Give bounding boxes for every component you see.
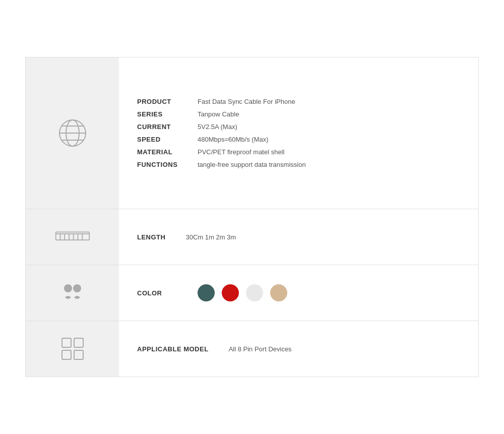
color-swatch-red bbox=[222, 284, 239, 301]
spec-label: CURRENT bbox=[137, 120, 198, 133]
spec-label: SPEED bbox=[137, 133, 198, 146]
spec-row: FUNCTIONStangle-free support data transm… bbox=[137, 158, 460, 171]
spec-row: PRODUCTFast Data Sync Cable For iPhone bbox=[137, 95, 460, 108]
length-icon-cell bbox=[26, 209, 119, 265]
model-value: All 8 Pin Port Devices bbox=[229, 345, 292, 353]
color-label: COLOR bbox=[137, 289, 177, 297]
model-icon-cell bbox=[26, 321, 119, 377]
color-swatches bbox=[198, 284, 287, 301]
model-detail: APPLICABLE MODEL All 8 Pin Port Devices bbox=[137, 345, 460, 353]
spec-value: 480Mbps=60Mb/s (Max) bbox=[198, 133, 460, 146]
product-content: PRODUCTFast Data Sync Cable For iPhoneSE… bbox=[119, 57, 478, 209]
svg-point-15 bbox=[64, 284, 72, 292]
spec-row: SERIESTanpow Cable bbox=[137, 108, 460, 120]
spec-label: MATERIAL bbox=[137, 146, 198, 158]
product-row: PRODUCTFast Data Sync Cable For iPhoneSE… bbox=[26, 57, 478, 209]
color-swatch-white bbox=[246, 284, 263, 301]
color-swatch-tan bbox=[270, 284, 287, 301]
spec-row: SPEED480Mbps=60Mb/s (Max) bbox=[137, 133, 460, 146]
spec-value: tangle-free support data transmission bbox=[198, 158, 460, 171]
svg-rect-19 bbox=[62, 350, 71, 359]
svg-point-16 bbox=[73, 284, 81, 292]
length-content: LENGTH 30Cm 1m 2m 3m bbox=[119, 209, 478, 265]
model-content: APPLICABLE MODEL All 8 Pin Port Devices bbox=[119, 321, 478, 377]
color-icon-cell bbox=[26, 265, 119, 321]
spec-label: FUNCTIONS bbox=[137, 158, 198, 171]
model-label: APPLICABLE MODEL bbox=[137, 345, 209, 353]
spec-value: PVC/PET fireproof matel shell bbox=[198, 146, 460, 158]
product-icon-cell bbox=[26, 57, 119, 209]
spec-value: Tanpow Cable bbox=[198, 108, 460, 120]
color-content: COLOR bbox=[119, 265, 478, 321]
length-detail: LENGTH 30Cm 1m 2m 3m bbox=[137, 233, 460, 241]
globe-icon bbox=[57, 118, 88, 148]
spec-value: Fast Data Sync Cable For iPhone bbox=[198, 95, 460, 108]
svg-rect-17 bbox=[62, 338, 71, 347]
length-label: LENGTH bbox=[137, 233, 165, 241]
color-detail: COLOR bbox=[137, 284, 460, 301]
svg-rect-20 bbox=[74, 350, 83, 359]
spec-label: PRODUCT bbox=[137, 95, 198, 108]
product-spec-card: PRODUCTFast Data Sync Cable For iPhoneSE… bbox=[25, 57, 479, 377]
spec-label: SERIES bbox=[137, 108, 198, 120]
grid-icon bbox=[60, 336, 85, 361]
spec-table: PRODUCTFast Data Sync Cable For iPhoneSE… bbox=[137, 95, 460, 171]
ruler-icon bbox=[55, 229, 90, 244]
length-value: 30Cm 1m 2m 3m bbox=[185, 233, 236, 241]
svg-rect-5 bbox=[55, 234, 89, 240]
model-row: APPLICABLE MODEL All 8 Pin Port Devices bbox=[26, 321, 478, 377]
spec-row: MATERIAL PVC/PET fireproof matel shell bbox=[137, 146, 460, 158]
svg-rect-18 bbox=[74, 338, 83, 347]
color-swatch-dark-teal bbox=[198, 284, 215, 301]
length-row: LENGTH 30Cm 1m 2m 3m bbox=[26, 209, 478, 265]
spec-row: CURRENT5V2.5A (Max) bbox=[137, 120, 460, 133]
color-row: COLOR bbox=[26, 265, 478, 321]
colors-icon bbox=[60, 280, 85, 305]
spec-value: 5V2.5A (Max) bbox=[198, 120, 460, 133]
